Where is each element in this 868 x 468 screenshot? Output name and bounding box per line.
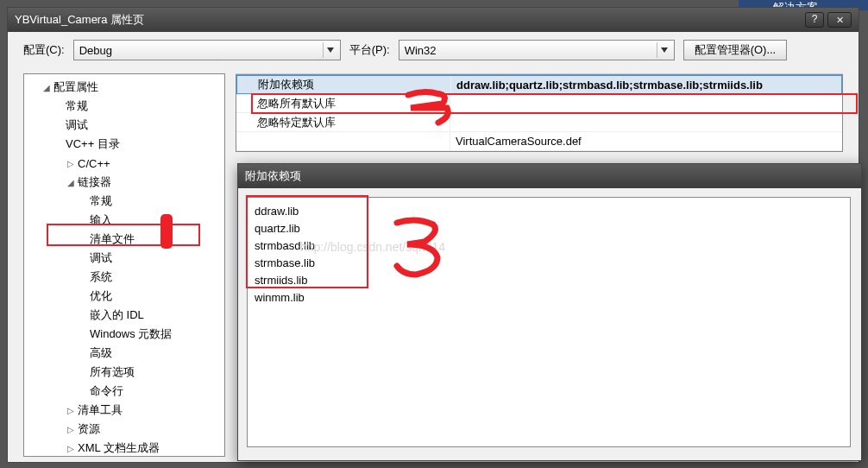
list-item[interactable]: quartz.lib (255, 220, 843, 237)
collapse-icon: ◢ (66, 178, 76, 187)
tree-item[interactable]: VC++ 目录 (24, 135, 224, 154)
tree-item[interactable]: 系统 (24, 268, 224, 287)
expand-icon: ▷ (66, 406, 76, 415)
config-value: Debug (79, 44, 112, 57)
tree-item[interactable]: 高级 (24, 344, 224, 363)
popup-titlebar: 附加依赖项 (238, 164, 861, 188)
titlebar: YBVirtual_Camera 属性页 ? ✕ (8, 8, 859, 32)
platform-label: 平台(P): (349, 42, 390, 58)
tree-item-manifest[interactable]: ▷清单工具 (24, 401, 224, 420)
help-button[interactable]: ? (805, 12, 824, 28)
prop-row[interactable]: 忽略所有默认库 (236, 94, 842, 113)
tree-item-input[interactable]: 输入 (24, 211, 224, 230)
collapse-icon: ◢ (41, 83, 52, 92)
window-title: YBVirtual_Camera 属性页 (15, 12, 805, 28)
tree-item-ccpp[interactable]: ▷C/C++ (24, 154, 224, 173)
tree-item[interactable]: 常规 (24, 97, 224, 116)
chevron-down-icon (323, 42, 338, 58)
toolbar: 配置(C): Debug 平台(P): Win32 配置管理器(O)... (8, 32, 859, 68)
tree-item[interactable]: 嵌入的 IDL (24, 306, 224, 325)
prop-value[interactable]: ddraw.lib;quartz.lib;strmbasd.lib;strmba… (451, 76, 841, 93)
prop-row-additional-deps[interactable]: 附加依赖项 ddraw.lib;quartz.lib;strmbasd.lib;… (236, 75, 842, 94)
tree-item-linker[interactable]: ◢链接器 (24, 173, 224, 192)
prop-row[interactable]: 忽略特定默认库 (236, 113, 842, 132)
chevron-down-icon (657, 42, 672, 58)
popup-title: 附加依赖项 (245, 168, 854, 184)
prop-row-hidden[interactable]: VirtualCameraSource.def (236, 132, 842, 151)
expand-icon: ▷ (66, 159, 76, 168)
property-grid[interactable]: 附加依赖项 ddraw.lib;quartz.lib;strmbasd.lib;… (236, 74, 843, 152)
deps-listbox[interactable]: ddraw.lib quartz.lib strmbasd.lib strmba… (247, 197, 851, 447)
popup-body: ddraw.lib quartz.lib strmbasd.lib strmba… (238, 188, 861, 456)
tree-item-resources[interactable]: ▷资源 (24, 420, 224, 439)
tree-item[interactable]: 调试 (24, 116, 224, 135)
tree-item[interactable]: 清单文件 (24, 230, 224, 249)
close-button[interactable]: ✕ (827, 12, 852, 28)
prop-name: 忽略所有默认库 (236, 94, 450, 112)
platform-combo[interactable]: Win32 (399, 40, 675, 60)
tree-item[interactable]: Windows 元数据 (24, 325, 224, 344)
platform-value: Win32 (405, 44, 437, 57)
prop-value[interactable] (450, 94, 842, 112)
list-item[interactable]: strmbase.lib (255, 255, 843, 272)
additional-deps-dialog: 附加依赖项 ddraw.lib quartz.lib strmbasd.lib … (237, 163, 862, 461)
expand-icon: ▷ (66, 425, 76, 434)
list-item[interactable]: strmbasd.lib (255, 237, 843, 255)
list-item[interactable]: winmm.lib (255, 289, 843, 307)
list-item[interactable]: strmiids.lib (255, 272, 843, 289)
tree-item-xmldoc[interactable]: ▷XML 文档生成器 (24, 439, 224, 457)
tree-item[interactable]: 所有选项 (24, 363, 224, 382)
prop-name (236, 132, 450, 150)
list-item[interactable]: ddraw.lib (255, 203, 843, 220)
tree-item[interactable]: 优化 (24, 287, 224, 306)
tree-root[interactable]: ◢配置属性 (24, 78, 224, 97)
prop-value[interactable]: VirtualCameraSource.def (450, 132, 842, 150)
tree-item[interactable]: 调试 (24, 249, 224, 268)
prop-name: 附加依赖项 (237, 76, 451, 93)
expand-icon: ▷ (66, 444, 76, 453)
prop-value[interactable] (450, 113, 842, 131)
config-manager-button[interactable]: 配置管理器(O)... (683, 40, 788, 60)
config-combo[interactable]: Debug (73, 40, 341, 60)
prop-name: 忽略特定默认库 (236, 113, 450, 131)
tree-view[interactable]: ◢配置属性 常规 调试 VC++ 目录 ▷C/C++ ◢链接器 常规 输入 清单… (23, 73, 225, 457)
tree-item[interactable]: 常规 (24, 192, 224, 211)
config-label: 配置(C): (23, 42, 65, 58)
tree-item[interactable]: 命令行 (24, 382, 224, 401)
